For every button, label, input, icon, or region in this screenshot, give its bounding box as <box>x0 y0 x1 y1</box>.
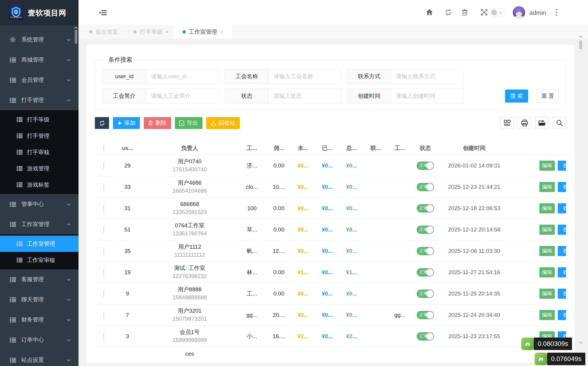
status-switch[interactable]: 正常 <box>417 183 434 191</box>
income-button[interactable]: 收益 <box>558 161 566 171</box>
column-header[interactable]: 已... <box>315 144 339 152</box>
scroll-down-icon[interactable] <box>579 341 583 344</box>
sidebar-collapse-icon[interactable] <box>99 9 107 16</box>
edit-button[interactable]: 编辑 <box>539 203 555 213</box>
column-header[interactable]: 状态 <box>412 144 439 152</box>
income-button[interactable]: 收益 <box>558 310 566 320</box>
refresh-table-button[interactable] <box>95 117 109 129</box>
status-switch[interactable]: 正常 <box>417 290 434 298</box>
delete-button[interactable]: 删除 <box>144 117 171 129</box>
edit-button[interactable]: 编辑 <box>539 289 555 299</box>
column-header[interactable]: us... <box>113 145 142 151</box>
edit-button[interactable]: 编辑 <box>539 182 555 192</box>
column-header[interactable]: 佣... <box>267 144 291 152</box>
column-header[interactable]: 联... <box>364 144 388 152</box>
home-icon[interactable] <box>426 9 433 15</box>
sidebar-item-6[interactable]: 客服管理 <box>0 269 79 290</box>
search-field-input-2[interactable] <box>391 69 463 84</box>
sidebar-subitem-3-0[interactable]: 打手等级 <box>0 111 79 128</box>
tab-2[interactable]: 工作室管理× <box>173 25 233 39</box>
sidebar-item-0[interactable]: 系统管理 <box>0 30 79 50</box>
reset-button[interactable]: 重 置 <box>537 89 559 103</box>
search-field-input-1[interactable] <box>269 69 341 84</box>
column-header[interactable]: 工... <box>388 144 412 152</box>
username[interactable]: admin <box>529 9 546 16</box>
status-switch[interactable]: 正常 <box>417 247 434 255</box>
export-data-icon[interactable] <box>535 117 549 129</box>
search-field-input-4[interactable] <box>269 89 341 103</box>
status-switch[interactable]: 正常 <box>417 226 434 234</box>
row-checkbox[interactable] <box>103 333 104 340</box>
status-switch[interactable]: 正常 <box>417 162 434 170</box>
print-icon[interactable] <box>518 117 531 129</box>
sidebar-item-3[interactable]: 打手管理 <box>0 90 79 110</box>
column-header[interactable]: 工... <box>237 144 267 152</box>
status-switch[interactable]: 正常 <box>417 332 434 341</box>
status-switch[interactable]: 正常 <box>417 268 434 277</box>
row-checkbox[interactable] <box>103 162 104 169</box>
income-button[interactable]: 收益 <box>558 203 566 213</box>
column-header[interactable]: 创建时间 <box>439 144 510 152</box>
edit-button[interactable]: 编辑 <box>539 225 555 235</box>
more-menu-icon[interactable] <box>556 9 557 16</box>
edit-button[interactable]: 编辑 <box>539 246 555 256</box>
income-button[interactable]: 收益 <box>558 246 566 256</box>
income-button[interactable]: 收益 <box>558 289 566 299</box>
export-button[interactable]: x 导出 <box>175 117 202 129</box>
income-button[interactable]: 收益 <box>558 182 566 192</box>
edit-button[interactable]: 编辑 <box>539 267 555 277</box>
sidebar-item-5[interactable]: 工作室管理 <box>0 214 79 234</box>
sidebar-subitem-5-1[interactable]: 工作室审核 <box>0 252 79 268</box>
fullscreen-icon[interactable] <box>481 9 488 16</box>
clear-cache-icon[interactable] <box>462 9 468 16</box>
sidebar-item-8[interactable]: 财务管理 <box>0 310 79 330</box>
sidebar-item-7[interactable]: 聊天管理 <box>0 290 79 310</box>
search-field-label: 工会简介 <box>103 89 146 103</box>
search-field-input-0[interactable] <box>146 69 218 84</box>
income-button[interactable]: 收益 <box>558 267 566 277</box>
sidebar-item-10[interactable]: 站点设置 <box>0 350 79 366</box>
sidebar-subitem-3-1[interactable]: 打手管理 <box>0 128 79 144</box>
recycle-bin-button[interactable]: 回收站 <box>206 117 240 129</box>
edit-button[interactable]: 编辑 <box>539 310 555 320</box>
column-header[interactable]: 负责人 <box>142 144 237 152</box>
edit-button[interactable]: 编辑 <box>539 161 555 171</box>
tab-1[interactable]: 打手等级× <box>129 25 173 39</box>
refresh-icon[interactable] <box>445 9 452 16</box>
sidebar-subitem-5-0[interactable]: 工作室管理 <box>0 236 79 252</box>
tab-0[interactable]: 后台首页 <box>79 25 129 39</box>
sidebar-subitem-3-4[interactable]: 游戏标签 <box>0 177 79 193</box>
sidebar-item-4[interactable]: 管事中心 <box>0 194 79 214</box>
row-checkbox[interactable] <box>103 205 104 212</box>
row-checkbox[interactable] <box>103 226 104 233</box>
columns-icon[interactable] <box>500 117 514 129</box>
sidebar-item-2[interactable]: 会员管理 <box>0 70 79 90</box>
avatar[interactable] <box>513 6 525 19</box>
column-header[interactable]: 总... <box>339 144 364 152</box>
close-icon[interactable]: × <box>220 29 223 35</box>
row-checkbox[interactable] <box>103 247 104 254</box>
scroll-up-icon[interactable] <box>579 36 583 38</box>
search-table-icon[interactable] <box>553 117 566 129</box>
search-field-input-3[interactable] <box>146 89 218 103</box>
sidebar-item-1[interactable]: 商城管理 <box>0 50 79 70</box>
sidebar-subitem-3-3[interactable]: 游戏管理 <box>0 160 79 177</box>
row-checkbox[interactable] <box>103 290 104 297</box>
close-icon[interactable]: × <box>166 29 169 35</box>
status-switch[interactable]: 正常 <box>417 311 434 319</box>
sidebar-item-9[interactable]: 订单中心 <box>0 330 79 350</box>
scrollbar-thumb[interactable] <box>579 40 582 49</box>
select-all-checkbox[interactable] <box>103 145 104 151</box>
income-button[interactable]: 收益 <box>558 225 566 235</box>
row-checkbox[interactable] <box>103 269 104 276</box>
sidebar-scrollbar-thumb[interactable] <box>75 30 77 44</box>
theme-toggle[interactable]: ☼ <box>489 8 506 17</box>
column-header[interactable]: 未... <box>291 144 315 152</box>
row-checkbox[interactable] <box>103 183 104 190</box>
row-checkbox[interactable] <box>103 311 104 318</box>
search-button[interactable]: 搜 索 <box>505 89 528 103</box>
add-button[interactable]: 添加 <box>113 117 140 129</box>
status-switch[interactable]: 正常 <box>417 204 434 212</box>
sidebar-subitem-3-2[interactable]: 打手审核 <box>0 144 79 160</box>
search-field-input-5[interactable] <box>391 89 463 103</box>
